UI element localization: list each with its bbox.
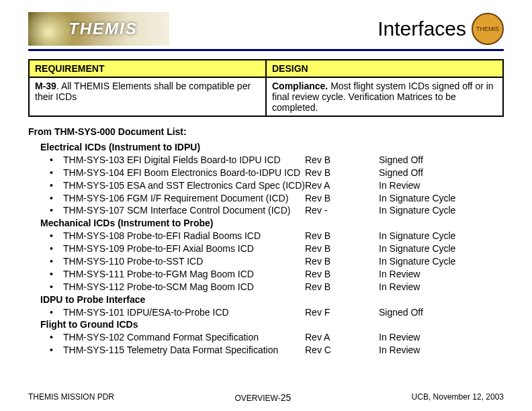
doc-id: THM-SYS-106 FGM I/F Requirement Document… (63, 192, 305, 205)
doc-revision: Rev - (305, 204, 379, 217)
requirement-id: M-39 (35, 81, 56, 91)
doc-id: THM-SYS-107 SCM Interface Control Docume… (63, 204, 305, 217)
doc-revision: Rev B (305, 242, 379, 255)
list-item: •THM-SYS-108 Probe-to-EFI Radial Booms I… (40, 230, 504, 242)
list-item: •THM-SYS-110 Probe-to-SST ICDRev BIn Sig… (40, 255, 504, 268)
section-title: From THM-SYS-000 Document List: (28, 126, 504, 137)
doc-status: In Review (379, 268, 420, 281)
group-heading: Mechanical ICDs (Instrument to Probe) (40, 217, 504, 230)
bullet-icon: • (40, 167, 63, 179)
bullet-icon: • (40, 192, 63, 205)
page-title: Interfaces (169, 17, 472, 40)
group-heading: Flight to Ground ICDs (40, 318, 504, 331)
doc-id: THM-SYS-112 Probe-to-SCM Mag Boom ICD (63, 281, 305, 293)
list-item: •THM-SYS-106 FGM I/F Requirement Documen… (40, 192, 504, 205)
bullet-icon: • (40, 242, 63, 255)
footer-page-number: 25 (281, 392, 292, 403)
bullet-icon: • (40, 281, 63, 293)
doc-revision: Rev F (305, 306, 379, 319)
group-heading: IDPU to Probe Interface (40, 293, 504, 306)
bullet-icon: • (40, 344, 63, 357)
list-item: •THM-SYS-111 Probe-to-FGM Mag Boom ICDRe… (40, 268, 504, 281)
doc-status: In Signature Cycle (379, 192, 455, 205)
doc-revision: Rev B (305, 192, 379, 205)
list-item: •THM-SYS-115 Telemetry Data Format Speci… (40, 344, 504, 357)
doc-id: THM-SYS-104 EFI Boom Electronics Board-t… (63, 167, 305, 179)
bullet-icon: • (40, 255, 63, 268)
doc-id: THM-SYS-115 Telemetry Data Format Specif… (63, 344, 305, 357)
list-item: •THM-SYS-103 EFI Digital Fields Board-to… (40, 154, 504, 167)
doc-status: In Signature Cycle (379, 204, 455, 217)
footer-center: OVERVIEW-25 (234, 392, 291, 403)
requirement-text: . All THEMIS Elements shall be compatibl… (35, 81, 251, 102)
bullet-icon: • (40, 154, 63, 167)
group-heading: Electrical ICDs (Instrument to IDPU) (40, 141, 504, 154)
requirement-cell: M-39. All THEMIS Elements shall be compa… (29, 77, 266, 116)
doc-revision: Rev B (305, 268, 379, 281)
list-item: •THM-SYS-107 SCM Interface Control Docum… (40, 204, 504, 217)
doc-id: THM-SYS-111 Probe-to-FGM Mag Boom ICD (63, 268, 305, 281)
footer-center-prefix: OVERVIEW- (234, 394, 280, 403)
bullet-icon: • (40, 306, 63, 319)
doc-status: Signed Off (379, 306, 423, 319)
doc-revision: Rev A (305, 179, 379, 192)
doc-id: THM-SYS-108 Probe-to-EFI Radial Booms IC… (63, 230, 305, 242)
doc-status: In Review (379, 281, 420, 293)
doc-status: In Review (379, 179, 420, 192)
slide-header: THEMIS Interfaces THEMIS (28, 12, 504, 46)
doc-status: In Review (379, 344, 420, 357)
doc-id: THM-SYS-109 Probe-to-EFI Axial Booms ICD (63, 242, 305, 255)
doc-revision: Rev B (305, 154, 379, 167)
list-item: •THM-SYS-109 Probe-to-EFI Axial Booms IC… (40, 242, 504, 255)
doc-revision: Rev B (305, 281, 379, 293)
list-item: •THM-SYS-101 IDPU/ESA-to-Probe ICDRev FS… (40, 306, 504, 319)
doc-status: In Review (379, 331, 420, 344)
slide-footer: THEMIS MISSION PDR OVERVIEW-25 UCB, Nove… (28, 392, 504, 403)
doc-id: THM-SYS-110 Probe-to-SST ICD (63, 255, 305, 268)
bullet-icon: • (40, 230, 63, 242)
mission-seal-icon: THEMIS (472, 13, 504, 45)
doc-revision: Rev C (305, 344, 379, 357)
doc-status: In Signature Cycle (379, 242, 455, 255)
doc-id: THM-SYS-102 Command Format Specification (63, 331, 305, 344)
footer-right: UCB, November 12, 2003 (412, 392, 504, 403)
requirement-header: REQUIREMENT (29, 60, 266, 77)
seal-text: THEMIS (476, 26, 499, 32)
bullet-icon: • (40, 179, 63, 192)
doc-status: In Signature Cycle (379, 230, 455, 242)
doc-status: Signed Off (379, 154, 423, 167)
bullet-icon: • (40, 204, 63, 217)
document-list: Electrical ICDs (Instrument to IDPU)•THM… (40, 141, 504, 357)
bullet-icon: • (40, 268, 63, 281)
requirement-table: REQUIREMENT DESIGN M-39. All THEMIS Elem… (28, 59, 504, 117)
themis-logo: THEMIS (28, 12, 169, 46)
list-item: •THM-SYS-112 Probe-to-SCM Mag Boom ICDRe… (40, 281, 504, 293)
list-item: •THM-SYS-102 Command Format Specificatio… (40, 331, 504, 344)
design-header: DESIGN (266, 60, 503, 77)
doc-id: THM-SYS-103 EFI Digital Fields Board-to … (63, 154, 305, 167)
doc-id: THM-SYS-101 IDPU/ESA-to-Probe ICD (63, 306, 305, 319)
doc-revision: Rev B (305, 255, 379, 268)
header-divider (28, 49, 504, 51)
doc-revision: Rev B (305, 167, 379, 179)
doc-status: In Signature Cycle (379, 255, 455, 268)
doc-revision: Rev A (305, 331, 379, 344)
doc-status: Signed Off (379, 167, 423, 179)
doc-revision: Rev B (305, 230, 379, 242)
design-cell: Compliance. Most flight system ICDs sign… (266, 77, 503, 116)
bullet-icon: • (40, 331, 63, 344)
design-label: Compliance. (272, 81, 328, 91)
doc-id: THM-SYS-105 ESA and SST Electronics Card… (63, 179, 305, 192)
list-item: •THM-SYS-104 EFI Boom Electronics Board-… (40, 167, 504, 179)
footer-left: THEMIS MISSION PDR (28, 392, 114, 403)
list-item: •THM-SYS-105 ESA and SST Electronics Car… (40, 179, 504, 192)
logo-text: THEMIS (69, 19, 138, 38)
